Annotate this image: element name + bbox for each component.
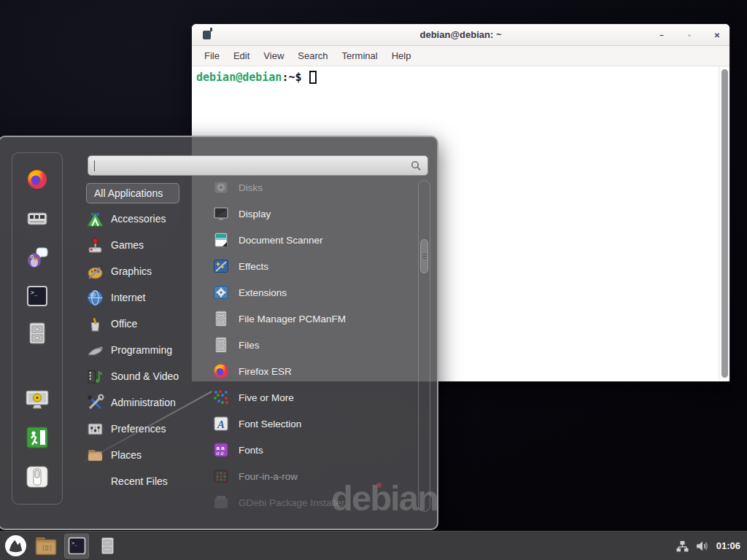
font-selection-icon: A	[212, 415, 230, 432]
favorite-lock-screen[interactable]	[25, 388, 50, 413]
app-fonts[interactable]: a a a a Fonts	[212, 437, 414, 463]
favorite-logout[interactable]	[25, 425, 50, 450]
app-label: Extensions	[239, 287, 287, 298]
control-center-icon	[26, 207, 49, 230]
internet-icon	[86, 289, 104, 307]
svg-text:A: A	[217, 419, 225, 430]
application-menu: >_	[0, 136, 438, 530]
app-label: Document Scanner	[239, 235, 323, 246]
category-graphics[interactable]: Graphics	[86, 258, 203, 284]
svg-text:>_: >_	[71, 540, 77, 546]
app-label: Fonts	[239, 445, 263, 456]
app-effects[interactable]: Effects	[212, 253, 414, 279]
app-label: Four-in-a-row	[239, 471, 298, 482]
graphics-icon	[86, 262, 104, 281]
menu-view[interactable]: View	[260, 48, 287, 63]
category-accessories[interactable]: Accessories	[86, 206, 203, 232]
disks-icon	[212, 179, 230, 196]
category-internet[interactable]: Internet	[86, 284, 203, 311]
favorite-control-center[interactable]	[25, 206, 50, 231]
menu-scrollbar[interactable]	[418, 180, 430, 512]
menu-search[interactable]: Search	[294, 48, 331, 63]
search-input[interactable]	[93, 160, 411, 171]
app-font-selection[interactable]: A Font Selection	[212, 411, 414, 437]
svg-text:[D]: [D]	[42, 545, 52, 552]
category-games[interactable]: Games	[86, 232, 203, 258]
terminal-icon: >_	[67, 536, 87, 556]
app-document-scanner[interactable]: Document Scanner	[212, 227, 414, 253]
menu-terminal[interactable]: Terminal	[338, 48, 382, 63]
category-label: Internet	[111, 292, 145, 303]
terminal-titlebar[interactable]: debian@debian: ~ – ▫ ✕	[192, 24, 729, 46]
category-recent-files[interactable]: Recent Files	[86, 468, 203, 494]
maximize-icon[interactable]: ▫	[684, 31, 694, 39]
file-cabinet-icon	[212, 310, 230, 327]
desktop: debian@debian: ~ – ▫ ✕ File Edit View Se…	[0, 0, 747, 560]
taskbar-panel: [D] >_	[0, 531, 747, 560]
files-window-button[interactable]	[95, 534, 120, 559]
category-places[interactable]: Places	[86, 442, 203, 468]
administration-icon	[86, 394, 104, 412]
category-preferences[interactable]: Preferences	[86, 416, 203, 442]
app-label: Files	[239, 340, 260, 351]
menu-help[interactable]: Help	[388, 48, 415, 63]
favorite-files[interactable]	[25, 321, 50, 346]
favorite-firefox[interactable]	[25, 167, 50, 192]
prompt-suffix: :~$	[282, 71, 301, 84]
search-icon	[411, 160, 422, 171]
effects-icon	[212, 257, 230, 275]
menu-logo-icon	[4, 534, 27, 557]
favorite-pidgin[interactable]	[25, 246, 50, 271]
category-programming[interactable]: Programming	[86, 337, 203, 363]
menu-scrollbar-thumb[interactable]	[420, 239, 428, 273]
app-label: Effects	[239, 261, 268, 272]
app-file-manager-pcmanfm[interactable]: File Manager PCManFM	[212, 306, 414, 332]
menu-file[interactable]: File	[201, 48, 223, 63]
app-disks[interactable]: Disks	[212, 174, 414, 201]
terminal-scrollbar-thumb[interactable]	[721, 69, 728, 378]
terminal-cursor	[309, 71, 317, 84]
favorites-column: >_	[12, 152, 63, 505]
programming-icon	[86, 341, 104, 359]
file-cabinet-icon	[98, 536, 117, 556]
menu-button[interactable]	[3, 534, 28, 559]
terminal-window-button[interactable]: >_	[64, 534, 89, 559]
minimize-icon[interactable]: –	[657, 31, 667, 39]
category-sound-video[interactable]: Sound & Video	[86, 363, 203, 389]
volume-icon[interactable]	[696, 540, 709, 552]
app-gdebi-package-installer[interactable]: GDebi Package Installer	[212, 489, 414, 516]
file-cabinet-icon	[212, 336, 230, 354]
app-files[interactable]: Files	[212, 332, 414, 358]
office-icon	[86, 315, 104, 333]
category-label: Places	[111, 449, 142, 461]
terminal-scrollbar[interactable]	[719, 66, 729, 381]
menu-edit[interactable]: Edit	[230, 48, 253, 63]
favorite-terminal[interactable]: >_	[25, 284, 50, 308]
app-display[interactable]: Display	[212, 201, 414, 227]
preferences-icon	[86, 420, 104, 438]
favorite-shutdown[interactable]	[25, 464, 50, 489]
app-firefox-esr[interactable]: Firefox ESR	[212, 358, 414, 384]
fonts-icon: a a a a	[212, 441, 230, 459]
search-box[interactable]	[88, 155, 428, 176]
clock[interactable]: 01:06	[716, 540, 740, 551]
games-icon	[86, 236, 104, 254]
network-icon[interactable]	[676, 540, 689, 552]
app-label: Five or More	[239, 392, 294, 403]
category-office[interactable]: Office	[86, 311, 203, 337]
category-all-applications[interactable]: All Applications	[86, 183, 179, 203]
category-label: Preferences	[111, 423, 166, 435]
shutdown-icon	[26, 465, 49, 489]
accessories-icon	[86, 210, 104, 228]
close-icon[interactable]: ✕	[712, 31, 722, 39]
file-manager-launcher[interactable]: [D]	[34, 534, 58, 559]
five-or-more-icon	[212, 389, 230, 406]
firefox-icon	[26, 168, 49, 191]
category-administration[interactable]: Administration	[86, 389, 203, 416]
app-four-in-a-row[interactable]: Four-in-a-row	[212, 463, 414, 489]
category-label: Administration	[111, 397, 176, 408]
svg-text:>_: >_	[31, 289, 38, 296]
app-extensions[interactable]: Extensions	[212, 279, 414, 306]
app-label: Disks	[239, 182, 263, 193]
app-five-or-more[interactable]: Five or More	[212, 384, 414, 411]
